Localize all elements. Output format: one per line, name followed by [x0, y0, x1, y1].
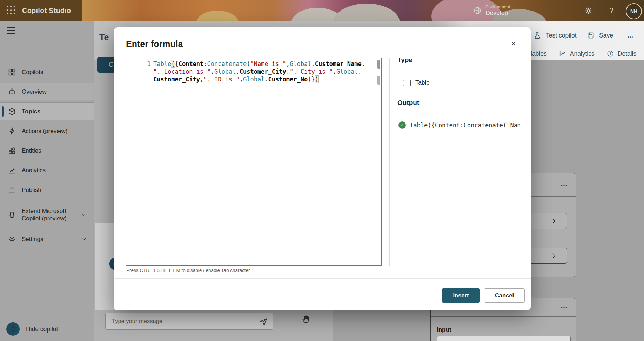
cloud-shape: [333, 4, 400, 21]
environment-label: Environment: [485, 5, 510, 9]
chevron-down-icon: [81, 212, 87, 218]
upload-icon: [8, 186, 16, 194]
sidebar-item-overview[interactable]: Overview: [0, 83, 94, 100]
sidebar-item-label: Entities: [22, 147, 41, 154]
tab-iables[interactable]: iables: [531, 50, 547, 58]
code-line: ". Location is ",Global.Customer_City,".…: [126, 68, 381, 75]
table-icon: [403, 80, 411, 86]
waffle-menu-icon[interactable]: [7, 6, 16, 15]
close-dialog-button[interactable]: ×: [508, 38, 519, 49]
save-button[interactable]: Save: [586, 28, 613, 43]
editor-hint-text: Press CTRL + SHIFT + M to disable / enab…: [126, 268, 250, 273]
chat-input-placeholder: Type your message: [112, 318, 162, 325]
left-navigation: CopilotsOverviewTopicsActions (preview)E…: [0, 21, 94, 341]
code-area: 1Table({Content:Concatenate("Name is ",G…: [126, 60, 381, 83]
sidebar-item-actions-preview[interactable]: Actions (preview): [0, 123, 94, 140]
copilot-avatar-icon: [6, 322, 20, 336]
hand-icon: [301, 314, 311, 324]
sidebar-item-label: Topics: [22, 108, 41, 115]
send-message-button[interactable]: [259, 317, 268, 326]
sidebar-item-label: Overview: [22, 88, 47, 95]
line-number: [126, 68, 153, 75]
footer-divider: [114, 278, 531, 279]
beaker-icon: [533, 31, 542, 40]
entities-icon: [8, 147, 16, 155]
code-line: Customer_City,". ID is ",Global.Customer…: [126, 75, 381, 83]
hide-copilot-button[interactable]: Hide copilot: [0, 320, 94, 338]
help-icon: ?: [609, 6, 613, 15]
line-number: 1: [126, 60, 153, 68]
tab-label: Details: [618, 50, 637, 58]
editor-scrollbar-thumb[interactable]: [377, 60, 380, 69]
chart-icon: [559, 50, 566, 58]
grid-icon: [8, 68, 16, 76]
hide-copilot-label: Hide copilot: [26, 326, 58, 333]
collapse-nav-button[interactable]: [7, 27, 15, 34]
sidebar-item-analytics[interactable]: Analytics: [0, 162, 94, 179]
cube-icon: [8, 107, 16, 116]
account-avatar[interactable]: NH: [626, 3, 642, 19]
page-tabs: iablesAnalyticsDetails: [531, 48, 636, 60]
output-value: Table({Content:Concatenate("Nam: [410, 122, 520, 129]
sidebar-item-label: Actions (preview): [22, 127, 67, 135]
code-text: Customer_City,". ID is ",Global.Customer…: [153, 75, 318, 83]
panel-divider: [389, 58, 390, 266]
code-line: 1Table({Content:Concatenate("Name is ",G…: [126, 60, 381, 68]
success-check-icon: ✓: [398, 121, 406, 129]
nav-items: CopilotsOverviewTopicsActions (preview)E…: [0, 64, 94, 250]
save-icon: [586, 31, 595, 40]
sidebar-item-label: Analytics: [22, 167, 46, 174]
copilot-icon: [8, 210, 16, 219]
code-text: ". Location is ",Global.Customer_City,".…: [153, 68, 362, 75]
close-icon: ×: [511, 39, 516, 48]
settings-gear-button[interactable]: [583, 5, 593, 16]
environment-picker[interactable]: Environment Develop: [473, 0, 510, 21]
environment-value: Develop: [485, 9, 510, 16]
pan-tool-button[interactable]: [301, 314, 311, 324]
top-app-bar: Copilot Studio Environment Develop ? NH: [0, 0, 644, 21]
brand-area: Copilot Studio: [0, 0, 82, 21]
sidebar-item-topics[interactable]: Topics: [0, 103, 94, 120]
topic-title-partial: Te: [99, 32, 109, 42]
test-copilot-button[interactable]: Test copilot: [533, 28, 577, 43]
node-card-more-button[interactable]: …: [561, 302, 568, 310]
sidebar-item-settings[interactable]: Settings: [0, 231, 94, 248]
type-heading: Type: [397, 56, 412, 64]
sidebar-item-publish[interactable]: Publish: [0, 182, 94, 199]
input-field[interactable]: [437, 336, 571, 341]
output-value-row: ✓ Table({Content:Concatenate("Nam: [398, 121, 520, 129]
sidebar-item-entities[interactable]: Entities: [0, 142, 94, 159]
chevron-down-icon: [81, 236, 87, 242]
sidebar-item-copilots[interactable]: Copilots: [0, 64, 94, 81]
insert-button[interactable]: Insert: [442, 288, 480, 303]
nav-divider: [0, 102, 94, 103]
node-card-divider: [431, 316, 576, 317]
formula-code-editor[interactable]: 1Table({Content:Concatenate("Name is ",G…: [126, 58, 382, 266]
bolt-icon: [8, 127, 16, 135]
globe-icon: [473, 6, 482, 15]
sidebar-item-label: Publish: [22, 186, 41, 194]
chat-message-input[interactable]: Type your message: [105, 313, 273, 330]
cancel-button[interactable]: Cancel: [484, 288, 525, 303]
tab-details[interactable]: Details: [606, 50, 637, 58]
enter-formula-dialog: Enter formula × 1Table({Content:Concaten…: [114, 27, 531, 310]
sidebar-item-label: Copilots: [22, 68, 43, 76]
robot-icon: [8, 88, 16, 96]
node-card-more-button[interactable]: …: [561, 180, 568, 188]
output-heading: Output: [397, 99, 419, 107]
chevron-right-icon: [550, 217, 558, 225]
more-commands-button[interactable]: …: [623, 28, 634, 43]
info-icon: [606, 50, 614, 58]
app-title: Copilot Studio: [22, 7, 71, 15]
sidebar-item-extend-microsoft-copilot-preview[interactable]: Extend Microsoft Copilot (preview): [0, 201, 94, 228]
type-value-row: Table: [398, 79, 430, 86]
chip-label-partial: C: [109, 61, 113, 68]
tab-label: iables: [531, 50, 547, 58]
chart-icon: [8, 166, 16, 175]
nav-divider: [0, 62, 94, 62]
help-button[interactable]: ?: [606, 5, 617, 16]
tab-analytics[interactable]: Analytics: [559, 50, 595, 58]
editor-scrollbar-mark[interactable]: [377, 76, 380, 85]
gear-icon: [584, 6, 593, 15]
background-chip-partial[interactable]: C: [97, 57, 115, 73]
